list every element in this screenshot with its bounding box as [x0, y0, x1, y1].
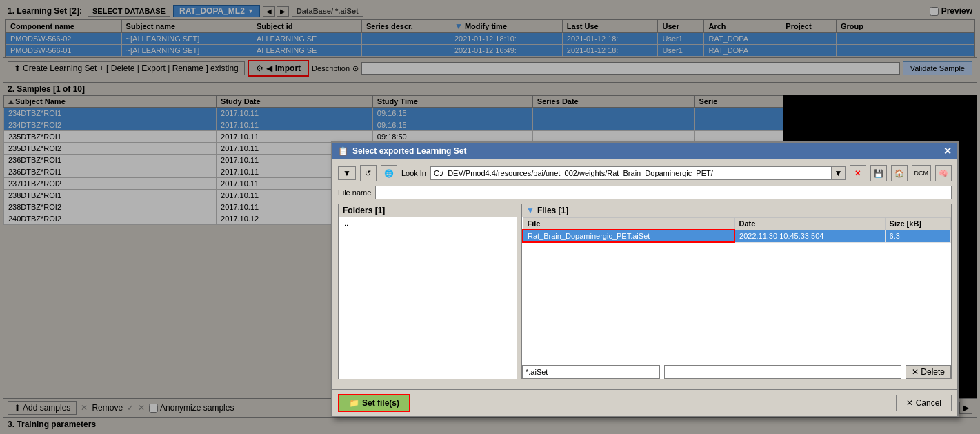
lookin-input[interactable] [430, 166, 832, 180]
filter-row: ✕ Delete [522, 365, 951, 379]
dialog-title-area: 📋 Select exported Learning Set [338, 146, 466, 156]
dialog-icon: 📋 [338, 146, 348, 156]
filename-label: File name [338, 188, 371, 197]
dialog-collapse-btn[interactable]: ▼ [338, 166, 356, 180]
cell-file-size: 6.3 [885, 230, 950, 242]
set-files-icon: 📁 [349, 398, 359, 408]
brain-btn[interactable]: 🧠 [935, 165, 952, 181]
filename-row: File name [338, 186, 952, 199]
dialog-footer: 📁 Set file(s) ✕ Cancel [332, 389, 957, 416]
dialog-titlebar: 📋 Select exported Learning Set ✕ [332, 143, 957, 159]
folder-item-dotdot[interactable]: .. [339, 217, 517, 228]
cancel-label: Cancel [916, 398, 941, 408]
disk-btn[interactable]: 💾 [870, 165, 887, 181]
set-files-btn[interactable]: 📁 Set file(s) [338, 394, 410, 412]
files-panel-content: File Date Size [kB] Rat_Brain_Dopaminerg… [522, 217, 951, 362]
folders-panel-content[interactable]: .. [339, 217, 517, 362]
dialog-title-text: Select exported Learning Set [352, 146, 466, 156]
lookin-clear-btn[interactable]: ✕ [850, 165, 866, 181]
lookin-label: Look In [401, 169, 426, 177]
lookin-combo: ▼ [430, 166, 846, 180]
dcm-btn[interactable]: DCM [912, 165, 932, 181]
files-panel-header: ▼ Files [1] [522, 204, 951, 217]
cell-file-name: Rat_Brain_Dopaminergic_PET.aiSet [523, 230, 734, 242]
files-col-date[interactable]: Date [734, 218, 885, 230]
files-panel: ▼ Files [1] File Date Size [kB] [521, 204, 952, 379]
cancel-btn[interactable]: ✕ Cancel [896, 395, 952, 411]
files-header-text: Files [1] [537, 206, 568, 215]
cell-file-date: 2022.11.30 10:45:33.504 [734, 230, 885, 242]
dialog-toolbar: ▼ ↺ 🌐 Look In ▼ ✕ 💾 🏠 DCM 🧠 [338, 165, 952, 181]
folders-panel: Folders [1] .. [338, 204, 517, 379]
files-table: File Date Size [kB] Rat_Brain_Dopaminerg… [522, 217, 951, 243]
dialog-overlay: 📋 Select exported Learning Set ✕ ▼ ↺ 🌐 L… [0, 0, 980, 434]
files-header-row: File Date Size [kB] [523, 218, 951, 230]
filter-input2[interactable] [664, 365, 901, 379]
files-sort-icon: ▼ [526, 206, 534, 215]
panels-row: Folders [1] .. ▼ Files [1] [338, 204, 952, 379]
files-col-file[interactable]: File [523, 218, 734, 230]
lookin-dropdown-btn[interactable]: ▼ [832, 166, 846, 180]
select-learning-set-dialog: 📋 Select exported Learning Set ✕ ▼ ↺ 🌐 L… [331, 141, 959, 417]
filename-input[interactable] [375, 186, 952, 199]
refresh-btn[interactable]: ↺ [360, 165, 377, 181]
folders-panel-header: Folders [1] [339, 204, 517, 217]
delete-btn[interactable]: ✕ Delete [906, 365, 951, 379]
globe-btn[interactable]: 🌐 [381, 165, 397, 181]
home-btn[interactable]: 🏠 [891, 165, 908, 181]
folders-header-text: Folders [1] [343, 206, 385, 215]
set-files-label: Set file(s) [362, 398, 399, 408]
dialog-body: ▼ ↺ 🌐 Look In ▼ ✕ 💾 🏠 DCM 🧠 File name [332, 159, 957, 385]
dialog-close-btn[interactable]: ✕ [943, 146, 952, 157]
files-col-size[interactable]: Size [kB] [885, 218, 950, 230]
list-item[interactable]: Rat_Brain_Dopaminergic_PET.aiSet 2022.11… [523, 230, 951, 242]
filter-input[interactable] [522, 365, 660, 379]
cancel-icon: ✕ [906, 398, 913, 408]
delete-label: Delete [921, 367, 945, 377]
delete-icon: ✕ [912, 367, 919, 377]
files-tbody: Rat_Brain_Dopaminergic_PET.aiSet 2022.11… [523, 230, 951, 242]
